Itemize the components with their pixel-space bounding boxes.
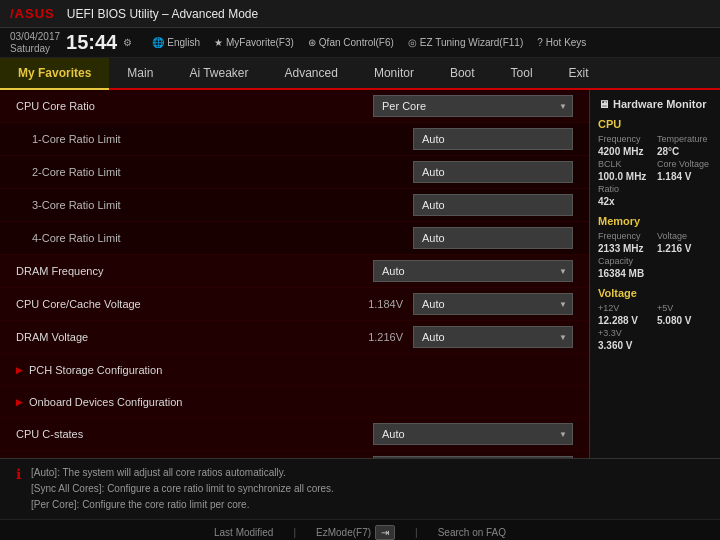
hw-ratio-value: 42x [598,196,653,207]
hotkeys-link[interactable]: ? Hot Keys [537,37,586,48]
ezmode-action[interactable]: EzMode(F7) ⇥ [316,525,395,540]
fan-icon: ⊛ [308,37,316,48]
dram-voltage-dropdown-wrapper: Auto Manual [413,326,573,348]
myfavorite-link[interactable]: ★ MyFavorite(F3) [214,37,294,48]
3core-ratio-input[interactable] [413,194,573,216]
dram-freq-dropdown[interactable]: Auto [373,260,573,282]
bios-date: 03/04/2017 [10,31,60,43]
hw-capacity-label2 [657,256,712,266]
4core-ratio-input[interactable] [413,227,573,249]
top-links: 🌐 English ★ MyFavorite(F3) ⊛ Qfan Contro… [152,37,586,48]
language-label: English [167,37,200,48]
setting-dram-freq: DRAM Frequency Auto [0,255,589,288]
setting-pch-storage[interactable]: ▶ PCH Storage Configuration [0,354,589,386]
bios-day: Saturday [10,43,60,55]
nav-bar: My Favorites Main Ai Tweaker Advanced Mo… [0,58,720,90]
footer-actions: Last Modified | EzMode(F7) ⇥ | Search on… [214,525,506,540]
cpu-voltage-control: 1.184V Auto Manual [368,293,573,315]
qfan-link[interactable]: ⊛ Qfan Control(F6) [308,37,394,48]
settings-icon[interactable]: ⚙ [123,37,132,48]
hw-ratio-value2 [657,196,712,207]
cpu-core-ratio-label: CPU Core Ratio [16,100,373,112]
hw-core-voltage-label: Core Voltage [657,159,712,169]
top-bar: /ASUS UEFI BIOS Utility – Advanced Mode [0,0,720,28]
info-icon: ℹ [16,466,21,482]
dram-voltage-dropdown[interactable]: Auto Manual [413,326,573,348]
cpu-voltage-dropdown-wrapper: Auto Manual [413,293,573,315]
hw-cpu-temp-value: 28°C [657,146,712,157]
info-line2: [Sync All Cores]: Configure a core ratio… [31,481,334,497]
cpu-core-ratio-control: Per Core Auto Sync All Cores [373,95,573,117]
nav-monitor[interactable]: Monitor [356,58,432,90]
4core-ratio-control [413,227,573,249]
hw-mem-voltage-value: 1.216 V [657,243,712,254]
3core-ratio-label: 3-Core Ratio Limit [32,199,413,211]
2core-ratio-input[interactable] [413,161,573,183]
bios-title: UEFI BIOS Utility – Advanced Mode [67,7,258,21]
hw-mem-voltage-label: Voltage [657,231,712,241]
1core-ratio-control [413,128,573,150]
hw-12v-label: +12V [598,303,653,313]
1core-ratio-label: 1-Core Ratio Limit [32,133,413,145]
bios-time: 15:44 [66,31,117,54]
qfan-label: Qfan Control(F6) [319,37,394,48]
onboard-devices-label: Onboard Devices Configuration [29,396,573,408]
globe-icon: 🌐 [152,37,164,48]
nav-advanced[interactable]: Advanced [267,58,356,90]
nav-main[interactable]: Main [109,58,171,90]
setting-fast-boot: Fast Boot Enabled Disabled [0,451,589,458]
info-line3: [Per Core]: Configure the core ratio lim… [31,497,334,513]
fast-boot-control: Enabled Disabled [373,456,573,458]
hotkeys-label: Hot Keys [546,37,587,48]
setting-4core-ratio: 4-Core Ratio Limit [0,222,589,255]
myfavorite-label: MyFavorite(F3) [226,37,294,48]
setting-3core-ratio: 3-Core Ratio Limit [0,189,589,222]
hw-mem-freq-value: 2133 MHz [598,243,653,254]
setting-cpu-cstates: CPU C-states Auto Enabled Disabled [0,418,589,451]
dram-voltage-label: DRAM Voltage [16,331,368,343]
nav-boot[interactable]: Boot [432,58,493,90]
eztuning-link[interactable]: ◎ EZ Tuning Wizard(F11) [408,37,523,48]
ezmode-key: ⇥ [375,525,395,540]
hw-bclk-value: 100.0 MHz [598,171,653,182]
language-link[interactable]: 🌐 English [152,37,200,48]
hw-cpu-freq-label: Frequency [598,134,653,144]
info-bar: ℹ [Auto]: The system will adjust all cor… [0,458,720,519]
onboard-devices-arrow: ▶ [16,397,23,407]
eztuning-label: EZ Tuning Wizard(F11) [420,37,523,48]
dram-freq-dropdown-wrapper: Auto [373,260,573,282]
footer-sep2: | [415,527,418,538]
fast-boot-dropdown-wrapper: Enabled Disabled [373,456,573,458]
dram-freq-label: DRAM Frequency [16,265,373,277]
dram-freq-control: Auto [373,260,573,282]
hw-bclk-label: BCLK [598,159,653,169]
nav-tool[interactable]: Tool [493,58,551,90]
hw-capacity-value: 16384 MB [598,268,712,279]
1core-ratio-input[interactable] [413,128,573,150]
asus-logo: /ASUS [10,6,55,21]
fast-boot-dropdown[interactable]: Enabled Disabled [373,456,573,458]
hw-memory-section: Memory [598,215,712,227]
hw-voltage-section: Voltage [598,287,712,299]
search-faq-action[interactable]: Search on FAQ [438,527,506,538]
hw-cpu-freq-value: 4200 MHz [598,146,653,157]
last-modified-label: Last Modified [214,527,273,538]
nav-ai-tweaker[interactable]: Ai Tweaker [171,58,266,90]
info-line1: [Auto]: The system will adjust all core … [31,465,334,481]
hw-mem-freq-label: Frequency [598,231,653,241]
hw-33v-value: 3.360 V [598,340,712,351]
setting-1core-ratio: 1-Core Ratio Limit [0,123,589,156]
cpu-core-ratio-dropdown[interactable]: Per Core Auto Sync All Cores [373,95,573,117]
cpu-voltage-dropdown[interactable]: Auto Manual [413,293,573,315]
hw-cpu-section: CPU [598,118,712,130]
nav-exit[interactable]: Exit [551,58,607,90]
hw-capacity-label: Capacity [598,256,653,266]
2core-ratio-label: 2-Core Ratio Limit [32,166,413,178]
cpu-cstates-dropdown[interactable]: Auto Enabled Disabled [373,423,573,445]
footer: Last Modified | EzMode(F7) ⇥ | Search on… [0,519,720,540]
setting-2core-ratio: 2-Core Ratio Limit [0,156,589,189]
nav-my-favorites[interactable]: My Favorites [0,58,109,90]
setting-onboard-devices[interactable]: ▶ Onboard Devices Configuration [0,386,589,418]
last-modified-action[interactable]: Last Modified [214,527,273,538]
pch-storage-label: PCH Storage Configuration [29,364,573,376]
